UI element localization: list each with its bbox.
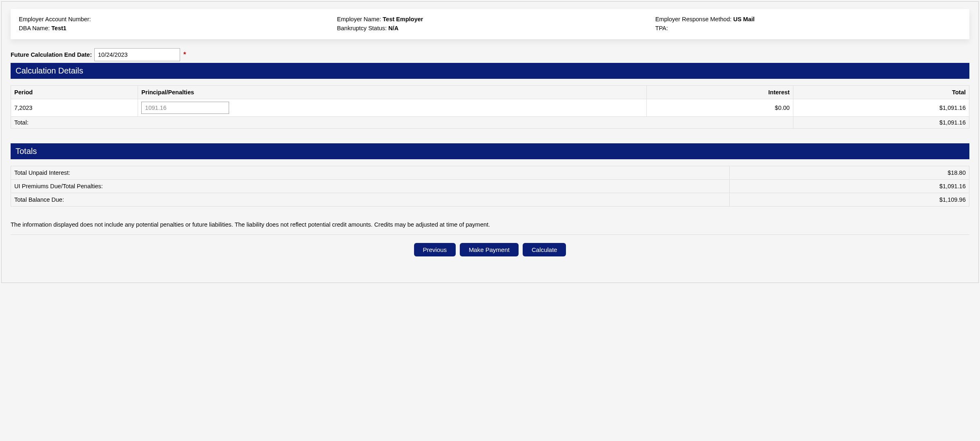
employer-col-1: Employer Account Number: DBA Name: Test1 [19, 15, 325, 33]
disclaimer-text: The information displayed does not inclu… [11, 221, 969, 228]
table-row: 7,2023 $0.00 $1,091.16 [11, 99, 969, 117]
tpa-row: TPA: [655, 24, 961, 33]
totals-row-premiums: UI Premiums Due/Total Penalties: $1,091.… [11, 180, 969, 193]
header-total: Total [793, 86, 969, 99]
totals-table: Total Unpaid Interest: $18.80 UI Premium… [11, 166, 969, 207]
employer-col-3: Employer Response Method: US Mail TPA: [655, 15, 961, 33]
required-asterisk: * [183, 51, 186, 59]
balance-label: Total Balance Due: [11, 193, 730, 207]
totals-row-balance: Total Balance Due: $1,109.96 [11, 193, 969, 207]
cell-total: $1,091.16 [793, 99, 969, 117]
details-total-label: Total: [11, 117, 793, 129]
employer-col-2: Employer Name: Test Employer Bankruptcy … [337, 15, 643, 33]
premiums-label: UI Premiums Due/Total Penalties: [11, 180, 730, 193]
totals-row-unpaid-interest: Total Unpaid Interest: $18.80 [11, 166, 969, 180]
bankruptcy-row: Bankruptcy Status: N/A [337, 24, 643, 33]
response-method-value: US Mail [733, 16, 755, 22]
details-total-row: Total: $1,091.16 [11, 117, 969, 129]
make-payment-button[interactable]: Make Payment [460, 243, 519, 256]
balance-value: $1,109.96 [730, 193, 969, 207]
unpaid-interest-value: $18.80 [730, 166, 969, 180]
details-header-row: Period Principal/Penalties Interest Tota… [11, 86, 969, 99]
response-method-row: Employer Response Method: US Mail [655, 15, 961, 24]
calculation-details-table: Period Principal/Penalties Interest Tota… [11, 85, 969, 129]
future-date-input[interactable] [94, 48, 180, 61]
cell-principal [138, 99, 646, 117]
header-period: Period [11, 86, 138, 99]
header-principal: Principal/Penalties [138, 86, 646, 99]
unpaid-interest-label: Total Unpaid Interest: [11, 166, 730, 180]
calculation-details-header: Calculation Details [11, 63, 969, 79]
principal-input[interactable] [141, 102, 229, 114]
bankruptcy-label: Bankruptcy Status: [337, 25, 387, 31]
response-method-label: Employer Response Method: [655, 16, 732, 22]
cell-period: 7,2023 [11, 99, 138, 117]
calculate-button[interactable]: Calculate [523, 243, 566, 256]
previous-button[interactable]: Previous [414, 243, 456, 256]
future-date-row: Future Calculation End Date: * [11, 48, 969, 61]
page-container: Employer Account Number: DBA Name: Test1… [1, 1, 979, 283]
employer-info-card: Employer Account Number: DBA Name: Test1… [11, 9, 969, 39]
details-total-value: $1,091.16 [793, 117, 969, 129]
future-date-label: Future Calculation End Date: [11, 51, 92, 58]
account-number-label: Employer Account Number: [19, 16, 91, 22]
bankruptcy-value: N/A [388, 25, 399, 31]
tpa-label: TPA: [655, 25, 668, 31]
cell-interest: $0.00 [646, 99, 793, 117]
dba-row: DBA Name: Test1 [19, 24, 325, 33]
employer-name-label: Employer Name: [337, 16, 381, 22]
employer-name-value: Test Employer [383, 16, 423, 22]
account-number-row: Employer Account Number: [19, 15, 325, 24]
dba-label: DBA Name: [19, 25, 50, 31]
button-row: Previous Make Payment Calculate [11, 243, 969, 256]
employer-name-row: Employer Name: Test Employer [337, 15, 643, 24]
separator [11, 234, 969, 235]
premiums-value: $1,091.16 [730, 180, 969, 193]
header-interest: Interest [646, 86, 793, 99]
dba-value: Test1 [51, 25, 67, 31]
totals-header: Totals [11, 143, 969, 159]
